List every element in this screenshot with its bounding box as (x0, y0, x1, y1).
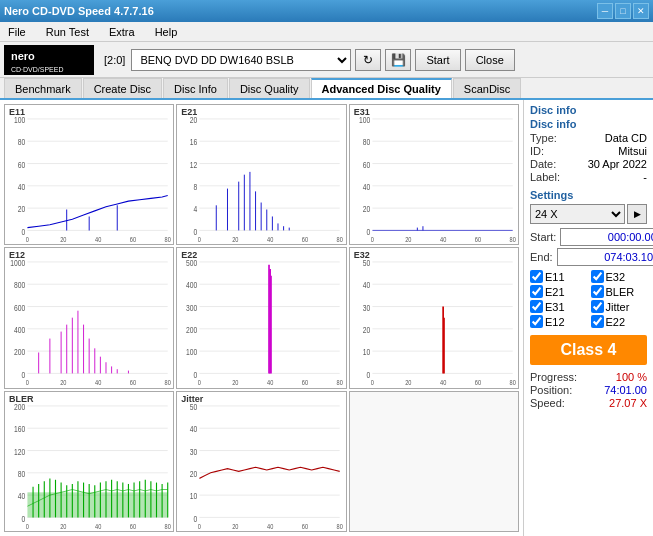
svg-rect-165 (27, 492, 167, 517)
svg-text:200: 200 (186, 326, 197, 336)
chart-bler-svg: 200 160 120 80 40 0 0 20 40 60 80 (5, 392, 173, 531)
tab-disc-quality[interactable]: Disc Quality (229, 78, 310, 98)
speed-apply-btn[interactable]: ▶ (627, 204, 647, 224)
speed-prog-row: Speed: 27.07 X (530, 397, 647, 409)
speed-select[interactable]: 24 X 8 X 16 X 48 X (530, 204, 625, 224)
cb-e32[interactable] (591, 270, 604, 283)
progress-row: Progress: 100 % (530, 371, 647, 383)
cb-e11[interactable] (530, 270, 543, 283)
position-row: Position: 74:01.00 (530, 384, 647, 396)
cb-e12-row: E12 (530, 315, 587, 328)
chart-e21-title: E21 (181, 107, 197, 117)
cb-jitter-row: Jitter (591, 300, 648, 313)
end-label: End: (530, 251, 553, 263)
cb-bler-label: BLER (606, 286, 635, 298)
cb-bler-row: BLER (591, 285, 648, 298)
svg-text:0: 0 (198, 522, 202, 530)
svg-text:800: 800 (14, 281, 25, 291)
progress-section: Progress: 100 % Position: 74:01.00 Speed… (530, 371, 647, 409)
id-row: ID: Mitsui (530, 145, 647, 157)
cb-jitter[interactable] (591, 300, 604, 313)
type-row: Type: Data CD (530, 132, 647, 144)
svg-text:40: 40 (190, 424, 197, 434)
svg-text:20: 20 (405, 378, 412, 386)
cb-e21[interactable] (530, 285, 543, 298)
svg-text:10: 10 (362, 348, 369, 358)
speed-prog-value: 27.07 X (609, 397, 647, 409)
cb-e11-row: E11 (530, 270, 587, 283)
start-button[interactable]: Start (415, 49, 460, 71)
start-input[interactable] (560, 228, 653, 246)
svg-text:80: 80 (509, 378, 516, 386)
tab-scandisc[interactable]: ScanDisc (453, 78, 521, 98)
menu-runtest[interactable]: Run Test (42, 24, 93, 40)
svg-text:20: 20 (60, 235, 67, 243)
tab-create-disc[interactable]: Create Disc (83, 78, 162, 98)
cb-bler[interactable] (591, 285, 604, 298)
tab-advanced-disc-quality[interactable]: Advanced Disc Quality (311, 78, 452, 98)
chart-e32-svg: 50 40 30 20 10 0 0 20 40 60 80 (350, 248, 518, 387)
svg-text:0: 0 (26, 235, 30, 243)
svg-text:10: 10 (190, 491, 197, 501)
svg-text:0: 0 (194, 370, 198, 380)
svg-text:40: 40 (267, 378, 274, 386)
chart-e11: E11 100 80 60 40 20 0 0 20 40 (4, 104, 174, 245)
svg-text:20: 20 (60, 522, 67, 530)
svg-text:60: 60 (474, 378, 481, 386)
tab-disc-info[interactable]: Disc Info (163, 78, 228, 98)
svg-text:0: 0 (366, 370, 370, 380)
progress-label: Progress: (530, 371, 577, 383)
svg-text:20: 20 (362, 326, 369, 336)
svg-text:40: 40 (267, 235, 274, 243)
svg-text:80: 80 (509, 235, 516, 243)
svg-text:0: 0 (21, 514, 25, 524)
cb-e32-label: E32 (606, 271, 626, 283)
chart-jitter-svg: 50 40 30 20 10 0 0 20 40 60 80 (177, 392, 345, 531)
cb-e21-label: E21 (545, 286, 565, 298)
close-btn[interactable]: ✕ (633, 3, 649, 19)
speed-prog-label: Speed: (530, 397, 565, 409)
disc-label-val: - (643, 171, 647, 183)
svg-text:60: 60 (302, 235, 309, 243)
cb-e22[interactable] (591, 315, 604, 328)
minimize-btn[interactable]: ─ (597, 3, 613, 19)
drive-select[interactable]: BENQ DVD DD DW1640 BSLB (131, 49, 351, 71)
chart-e11-svg: 100 80 60 40 20 0 0 20 40 60 80 (5, 105, 173, 244)
svg-text:100: 100 (186, 348, 197, 358)
titlebar: Nero CD-DVD Speed 4.7.7.16 ─ □ ✕ (0, 0, 653, 22)
cb-e31[interactable] (530, 300, 543, 313)
svg-text:12: 12 (190, 160, 197, 170)
end-input[interactable] (557, 248, 653, 266)
svg-text:60: 60 (130, 522, 137, 530)
svg-text:0: 0 (371, 235, 375, 243)
chart-e21: E21 20 16 12 8 4 0 0 20 40 60 80 (176, 104, 346, 245)
tab-bar: Benchmark Create Disc Disc Info Disc Qua… (0, 78, 653, 100)
menu-extra[interactable]: Extra (105, 24, 139, 40)
save-icon-btn[interactable]: 💾 (385, 49, 411, 71)
chart-bler: BLER 200 160 120 80 40 0 0 20 40 60 80 (4, 391, 174, 532)
disc-info-header: Disc info (530, 118, 647, 130)
tab-benchmark[interactable]: Benchmark (4, 78, 82, 98)
svg-text:30: 30 (190, 447, 197, 457)
date-value: 30 Apr 2022 (588, 158, 647, 170)
svg-text:0: 0 (198, 235, 202, 243)
chart-e31-title: E31 (354, 107, 370, 117)
close-button[interactable]: Close (465, 49, 515, 71)
svg-text:0: 0 (26, 378, 30, 386)
menu-help[interactable]: Help (151, 24, 182, 40)
chart-e22-svg: 500 400 300 200 100 0 0 20 40 60 80 (177, 248, 345, 387)
maximize-btn[interactable]: □ (615, 3, 631, 19)
type-label: Type: (530, 132, 557, 144)
logo: nero CD·DVD/SPEED (4, 45, 94, 75)
cb-e12-label: E12 (545, 316, 565, 328)
svg-text:80: 80 (337, 235, 344, 243)
position-value: 74:01.00 (604, 384, 647, 396)
cb-e12[interactable] (530, 315, 543, 328)
svg-rect-127 (350, 248, 518, 387)
svg-text:CD·DVD/SPEED: CD·DVD/SPEED (11, 66, 64, 73)
svg-text:40: 40 (95, 235, 102, 243)
refresh-icon-btn[interactable]: ↻ (355, 49, 381, 71)
svg-text:40: 40 (267, 522, 274, 530)
menu-file[interactable]: File (4, 24, 30, 40)
svg-text:0: 0 (21, 370, 25, 380)
